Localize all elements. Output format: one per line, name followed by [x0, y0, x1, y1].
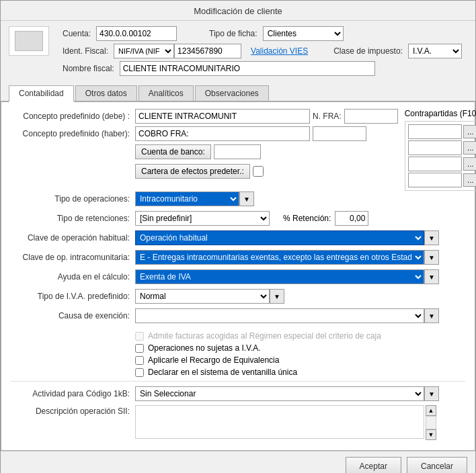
- ayuda-calculo-row: Ayuda en el cálculo: Exenta de IVA ▼: [11, 269, 465, 285]
- main-layout: Concepto predefinido (debe) : N. FRA: Co…: [11, 109, 465, 191]
- contra-row-2: ... ...: [408, 140, 476, 155]
- ident-fiscal-dropdown[interactable]: NIF/IVA (NIF opera: [114, 44, 174, 58]
- descripcion-textarea[interactable]: [135, 405, 424, 439]
- clave-intra-arrow-btn[interactable]: ▼: [424, 250, 439, 265]
- cuenta-banco-btn[interactable]: Cuenta de banco:: [135, 144, 211, 159]
- ayuda-calculo-arrow-btn[interactable]: ▼: [424, 269, 439, 284]
- aceptar-button[interactable]: Aceptar: [346, 457, 401, 473]
- concepto-debe-row: Concepto predefinido (debe) : N. FRA:: [11, 109, 398, 124]
- ident-fiscal-row: Ident. Fiscal: NIF/IVA (NIF opera Valida…: [63, 44, 467, 58]
- concepto-debe-nfra-input[interactable]: [344, 109, 398, 124]
- clave-op-row: Clave de operación habitual: Operación h…: [11, 230, 465, 246]
- actividad-arrow-btn[interactable]: ▼: [424, 386, 439, 401]
- nombre-fiscal-label: Nombre fiscal:: [63, 64, 114, 73]
- contra-row-1: ... ...: [408, 124, 476, 139]
- tipo-iva-select[interactable]: Normal: [135, 289, 270, 304]
- tab-contabilidad[interactable]: Contabilidad: [9, 85, 74, 102]
- cartera-btn[interactable]: Cartera de efectos predeter.:: [135, 164, 250, 179]
- ident-fiscal-wrapper: NIF/IVA (NIF opera: [114, 44, 241, 58]
- actividad-label: Actividad para Código 1kB:: [11, 389, 135, 398]
- operaciones-no-sujetas-row: Operaciones no sujetas a I.V.A.: [135, 343, 465, 353]
- declarar-ventanilla-checkbox[interactable]: [135, 368, 144, 377]
- clave-intra-select[interactable]: E - Entregas intracomunitarias exentas, …: [135, 250, 424, 265]
- tipo-op-row: Tipo de operaciones: Intracomunitario ▼: [11, 191, 465, 207]
- scroll-up-btn[interactable]: ▲: [426, 405, 436, 416]
- operaciones-no-sujetas-label: Operaciones no sujetas a I.V.A.: [148, 343, 261, 353]
- concepto-haber-input[interactable]: [135, 126, 310, 141]
- clave-op-arrow-btn[interactable]: ▼: [424, 230, 439, 245]
- top-section: Cuenta: Tipo de ficha: Clientes Ident. F…: [1, 21, 475, 85]
- admite-facturas-row: Admite facturas acogidas al Régimen espe…: [135, 331, 465, 341]
- causa-exencion-select[interactable]: [135, 308, 424, 323]
- tipo-op-label: Tipo de operaciones:: [11, 194, 135, 204]
- tipo-iva-arrow-btn[interactable]: ▼: [270, 289, 284, 304]
- logo-image: [15, 31, 43, 51]
- concepto-haber-nfra-input[interactable]: [313, 126, 366, 141]
- contra-input-2[interactable]: [408, 140, 462, 155]
- clave-intra-label: Clave de op. intracomunitaria:: [11, 253, 135, 262]
- cuenta-row: Cuenta: Tipo de ficha: Clientes: [63, 26, 467, 41]
- validacion-vies-link[interactable]: Validación VIES: [251, 46, 308, 56]
- tipo-iva-label: Tipo de I.V.A. predefinido:: [11, 292, 135, 301]
- contra-row-3: ... ...: [408, 157, 476, 171]
- tab-analiticos[interactable]: Analíticos: [138, 85, 194, 101]
- declarar-ventanilla-row: Declarar en el sistema de ventanilla úni…: [135, 368, 465, 377]
- tipo-ret-label: Tipo de retenciones:: [11, 214, 135, 223]
- concepto-haber-row: Concepto predefinido (haber):: [11, 126, 398, 141]
- main-window: Modificación de cliente Cuenta: Tipo de …: [0, 0, 476, 473]
- ident-fiscal-id-input[interactable]: [174, 44, 241, 58]
- cancelar-button[interactable]: Cancelar: [407, 457, 467, 473]
- cuenta-input[interactable]: [96, 26, 177, 41]
- divider1: [11, 381, 465, 382]
- ayuda-calculo-select[interactable]: Exenta de IVA: [135, 269, 424, 284]
- tipo-ficha-label: Tipo de ficha:: [209, 29, 257, 38]
- cuenta-label: Cuenta:: [63, 29, 91, 38]
- tipo-ficha-select[interactable]: Clientes: [263, 26, 344, 41]
- right-col: Contrapartidas (F10) ... ... ... ...: [405, 109, 476, 191]
- contra-input-1[interactable]: [408, 124, 462, 139]
- tipo-op-select[interactable]: Intracomunitario: [135, 191, 239, 206]
- causa-exencion-row: Causa de exención: ▼: [11, 308, 465, 324]
- scroll-down-btn[interactable]: ▼: [426, 429, 436, 440]
- declarar-ventanilla-label: Declarar en el sistema de ventanilla úni…: [148, 368, 297, 377]
- window-title: Modificación de cliente: [194, 6, 282, 16]
- causa-exencion-label: Causa de exención:: [11, 311, 135, 320]
- left-col: Concepto predefinido (debe) : N. FRA: Co…: [11, 109, 398, 191]
- contra-btn-1a[interactable]: ...: [463, 125, 476, 138]
- clave-op-select[interactable]: Operación habitual: [135, 230, 424, 245]
- admite-facturas-checkbox: [135, 332, 144, 341]
- cartera-row: Cartera de efectos predeter.:: [11, 163, 398, 179]
- actividad-row: Actividad para Código 1kB: Sin Seleccion…: [11, 386, 465, 402]
- cuenta-banco-row: Cuenta de banco:: [11, 144, 398, 160]
- aplicarle-recargo-row: Aplicarle el Recargo de Equivalencia: [135, 355, 465, 365]
- tab-otros-datos[interactable]: Otros datos: [75, 85, 137, 101]
- tipo-op-arrow-btn[interactable]: ▼: [239, 191, 254, 206]
- ayuda-calculo-label: Ayuda en el cálculo:: [11, 272, 135, 282]
- actividad-select[interactable]: Sin Seleccionar: [135, 386, 424, 401]
- contra-btn-4a[interactable]: ...: [463, 173, 476, 187]
- retencion-label: % Retención:: [283, 214, 331, 223]
- descripcion-wrapper: ▲ ▼: [135, 405, 436, 440]
- contra-btn-2a[interactable]: ...: [463, 141, 476, 155]
- retencion-input[interactable]: [335, 211, 368, 226]
- causa-exencion-arrow-btn[interactable]: ▼: [424, 308, 439, 323]
- cartera-checkbox[interactable]: [253, 166, 264, 177]
- contra-input-4[interactable]: [408, 173, 462, 187]
- aplicarle-recargo-checkbox[interactable]: [135, 356, 144, 365]
- ident-fiscal-label: Ident. Fiscal:: [63, 46, 108, 56]
- descripcion-row: Descripción operación SII: ▲ ▼: [11, 405, 465, 440]
- concepto-debe-input[interactable]: [135, 109, 310, 124]
- tipo-ret-select[interactable]: [Sin predefinir]: [135, 211, 270, 226]
- tab-observaciones[interactable]: Observaciones: [195, 85, 269, 101]
- operaciones-no-sujetas-checkbox[interactable]: [135, 344, 144, 353]
- cuenta-banco-input[interactable]: [214, 144, 261, 159]
- nombre-fiscal-input[interactable]: [120, 61, 375, 76]
- tabs-section: Contabilidad Otros datos Analíticos Obse…: [1, 85, 475, 451]
- aplicarle-recargo-label: Aplicarle el Recargo de Equivalencia: [148, 355, 279, 365]
- clase-impuesto-select[interactable]: I.V.A.: [408, 44, 462, 58]
- contra-input-3[interactable]: [408, 157, 462, 171]
- title-bar: Modificación de cliente: [1, 1, 475, 21]
- nombre-fiscal-row: Nombre fiscal:: [63, 61, 467, 76]
- textarea-scrollbar: ▲ ▼: [426, 405, 436, 440]
- contra-btn-3a[interactable]: ...: [463, 157, 476, 171]
